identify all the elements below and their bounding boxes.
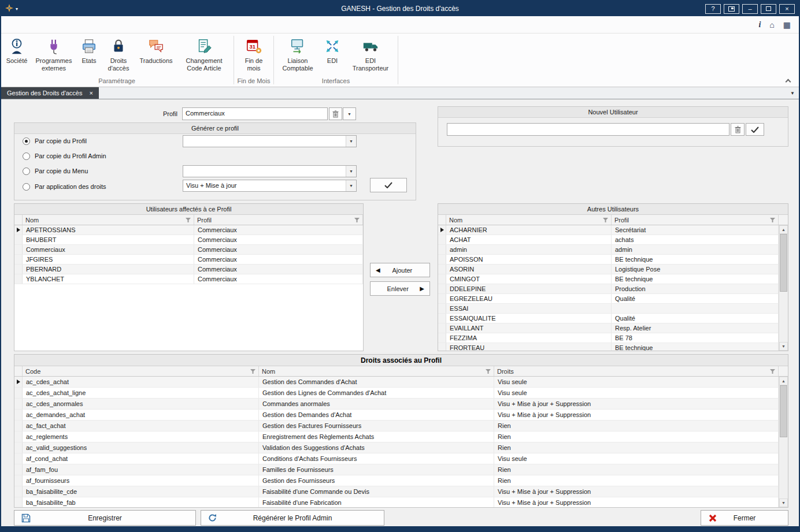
menu-tab[interactable]: [182, 16, 197, 33]
column-header-nom[interactable]: Nom: [446, 215, 612, 225]
table-row[interactable]: ACHARNIER Secrétariat: [438, 225, 779, 235]
table-row[interactable]: FEZZIMA BE 78: [438, 333, 779, 343]
ribbon-button-droits-acces[interactable]: Droits d'accès: [102, 35, 135, 77]
scroll-up-icon[interactable]: ▲: [779, 225, 788, 234]
copy-menu-combobox[interactable]: ▼: [183, 165, 357, 177]
chevron-down-icon[interactable]: ▼: [346, 166, 356, 177]
table-row[interactable]: CMINGOT BE technique: [438, 274, 779, 284]
regenerer-profil-admin-button[interactable]: Régénérer le Profil Admin: [201, 510, 384, 526]
column-header-profil[interactable]: Profil: [194, 215, 363, 225]
maximize-button[interactable]: [761, 4, 776, 14]
table-row[interactable]: ESSAI: [438, 304, 779, 314]
scrollbar-thumb[interactable]: [780, 234, 787, 292]
help-button[interactable]: ?: [705, 4, 721, 14]
table-row[interactable]: EGREZELEAU Qualité: [438, 294, 779, 304]
info-icon[interactable]: i: [758, 20, 761, 29]
menu-tab[interactable]: [106, 16, 121, 33]
menu-tab[interactable]: [76, 16, 91, 33]
filter-icon[interactable]: [186, 218, 191, 222]
scroll-down-icon[interactable]: ▼: [779, 342, 788, 351]
option-par-copie-profil[interactable]: Par copie du Profil: [23, 136, 87, 146]
ribbon-button-edi-transporteur[interactable]: EDI Transporteur: [346, 35, 395, 77]
filter-icon[interactable]: [603, 218, 608, 222]
column-header-nom[interactable]: Nom: [23, 215, 194, 225]
menu-tab[interactable]: [31, 16, 46, 33]
ribbon-button-liaison-comptable[interactable]: Liaison Comptable: [277, 35, 318, 77]
option-par-copie-menu[interactable]: Par copie du Menu: [23, 166, 88, 176]
filter-icon[interactable]: [770, 369, 775, 374]
ribbon-button-etats[interactable]: Etats: [77, 35, 101, 77]
scrollbar-track[interactable]: [779, 385, 788, 498]
profil-dropdown-button[interactable]: ▼: [343, 107, 356, 120]
menu-tab[interactable]: [121, 16, 136, 33]
grid-icon[interactable]: ▦: [783, 20, 791, 29]
menu-tab[interactable]: [91, 16, 106, 33]
ribbon-button-programmes-externes[interactable]: Programmes externes: [32, 35, 76, 77]
enlever-button[interactable]: Enlever ▶: [370, 281, 430, 296]
vertical-scrollbar[interactable]: ▲ ▼: [779, 225, 788, 351]
table-row[interactable]: ac_reglements Enregistrement des Règleme…: [14, 431, 779, 442]
pin-window-button[interactable]: [724, 4, 739, 14]
profil-combobox[interactable]: Commerciaux: [182, 107, 328, 120]
menu-tab[interactable]: [151, 16, 166, 33]
table-row[interactable]: af_fam_fou Familles de Fournisseurs Rien: [14, 464, 779, 475]
radio-icon[interactable]: [23, 137, 30, 145]
close-button[interactable]: ×: [779, 4, 795, 14]
column-header-profil[interactable]: Profil: [612, 215, 779, 225]
column-header-nom[interactable]: Nom: [259, 366, 494, 376]
menu-tab[interactable]: [16, 16, 31, 33]
menu-tab[interactable]: [136, 16, 151, 33]
table-row[interactable]: BHUBERT Commerciaux: [14, 235, 363, 245]
table-row[interactable]: APOISSON BE technique: [438, 255, 779, 265]
copy-profil-combobox[interactable]: ▼: [183, 135, 357, 147]
table-row[interactable]: ac_valid_suggestions Validation des Sugg…: [14, 442, 779, 453]
table-row[interactable]: ba_faisabilite_cde Faisabilité d'une Com…: [14, 486, 779, 497]
chevron-down-icon[interactable]: ▼: [346, 136, 356, 147]
table-row[interactable]: ba_faisabilite_fab Faisabilité d'une Fab…: [14, 497, 779, 507]
droits-combobox[interactable]: Visu + Mise à jour ▼: [183, 180, 357, 192]
option-par-copie-profil-admin[interactable]: Par copie du Profil Admin: [23, 151, 106, 161]
table-row[interactable]: EVAILLANT Resp. Atelier: [438, 323, 779, 333]
table-row[interactable]: PBERNARD Commerciaux: [14, 265, 363, 274]
validate-nouvel-utilisateur-button[interactable]: [746, 123, 764, 136]
minimize-button[interactable]: –: [742, 4, 758, 14]
table-row[interactable]: ac_cdes_achat_ligne Gestion des Lignes d…: [14, 388, 779, 399]
table-row[interactable]: af_cond_achat Conditions d'Achats Fourni…: [14, 453, 779, 464]
close-tab-icon[interactable]: ×: [90, 90, 93, 96]
table-row[interactable]: admin admin: [438, 245, 779, 255]
tab-list-dropdown[interactable]: ▼: [786, 87, 799, 99]
table-row[interactable]: ac_fact_achat Gestion des Factures Fourn…: [14, 421, 779, 431]
ajouter-button[interactable]: ◀ Ajouter: [370, 263, 430, 277]
table-row[interactable]: DDELEPINE Production: [438, 284, 779, 294]
enregistrer-button[interactable]: Enregistrer: [14, 510, 196, 526]
app-menu-caret-icon[interactable]: ▾: [16, 6, 18, 12]
fermer-button[interactable]: Fermer: [701, 510, 788, 526]
radio-icon[interactable]: [23, 168, 30, 175]
ribbon-button-traductions[interactable]: Traductions: [136, 35, 176, 77]
table-row[interactable]: APETROSSIANS Commerciaux: [14, 225, 363, 235]
menu-tab[interactable]: [166, 16, 182, 33]
delete-profil-button[interactable]: [329, 107, 342, 120]
filter-icon[interactable]: [770, 218, 775, 222]
ribbon-button-changement-code-article[interactable]: Changement Code Article: [177, 35, 231, 77]
table-row[interactable]: JFGIRES Commerciaux: [14, 255, 363, 265]
table-row[interactable]: ac_demandes_achat Gestion des Demandes d…: [14, 410, 779, 421]
radio-icon[interactable]: [23, 183, 30, 191]
radio-icon[interactable]: [23, 152, 30, 160]
table-row[interactable]: ac_cdes_anormales Commandes anormales Vi…: [14, 399, 779, 410]
table-row[interactable]: ESSAIQUALITE Qualité: [438, 314, 779, 323]
option-par-application-droits[interactable]: Par application des droits: [23, 182, 106, 191]
menu-tab[interactable]: [61, 16, 76, 33]
app-icon[interactable]: [5, 4, 13, 14]
column-header-droits[interactable]: Droits: [494, 366, 779, 376]
document-tab[interactable]: Gestion des Droits d'accès ×: [1, 87, 99, 99]
table-row[interactable]: Commerciaux Commerciaux: [14, 245, 363, 255]
table-row[interactable]: ac_cdes_achat Gestion des Commandes d'Ac…: [14, 377, 779, 388]
scrollbar-thumb[interactable]: [780, 385, 787, 437]
scroll-down-icon[interactable]: ▼: [779, 498, 788, 507]
menu-tab[interactable]: [46, 16, 61, 33]
table-row[interactable]: af_fournisseurs Gestion des Fournisseurs…: [14, 475, 779, 486]
scroll-up-icon[interactable]: ▲: [779, 377, 788, 385]
table-row[interactable]: ACHAT achats: [438, 235, 779, 245]
nouvel-utilisateur-input[interactable]: [447, 123, 729, 136]
